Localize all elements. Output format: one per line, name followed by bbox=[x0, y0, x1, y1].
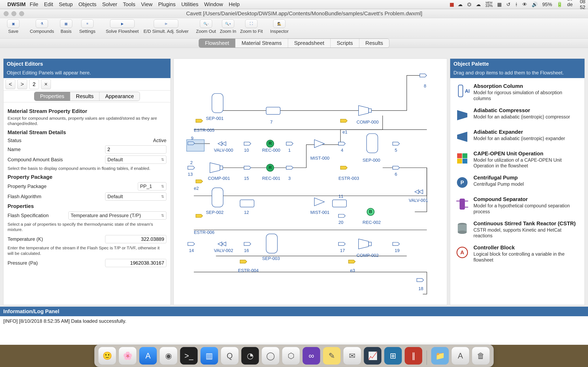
energy-estr004[interactable] bbox=[240, 260, 247, 263]
stream-19[interactable] bbox=[393, 242, 399, 246]
block-comp-001[interactable] bbox=[210, 163, 223, 173]
energy-e2[interactable] bbox=[196, 180, 203, 183]
block-sep-000[interactable] bbox=[366, 133, 378, 153]
palette-item-adiabatic-compressor[interactable]: Adiabatic CompressorModel for an adiabat… bbox=[453, 104, 582, 126]
zoom-out-button[interactable]: 🔍- Zoom Out bbox=[196, 19, 216, 38]
eye-icon[interactable]: 👁 bbox=[522, 2, 527, 7]
energy-sep002[interactable] bbox=[196, 214, 203, 217]
block-comp-002[interactable] bbox=[359, 239, 371, 249]
tab-material-streams[interactable]: Material Streams bbox=[235, 39, 288, 48]
palette-item-centrifugal-pump[interactable]: P Centrifugal PumpCentrifugal Pump model bbox=[453, 172, 582, 193]
settings-button[interactable]: ≡ Settings bbox=[78, 19, 96, 38]
pause-icon[interactable]: ▮▮ bbox=[450, 2, 453, 7]
palette-list[interactable]: AB Absorption ColumnModel for rigorous s… bbox=[450, 78, 585, 268]
nav-close-button[interactable]: × bbox=[41, 79, 51, 89]
dock-app-siri[interactable]: ◉ bbox=[159, 347, 177, 365]
flash-alg-select[interactable]: Default⇅ bbox=[105, 192, 166, 201]
stream-5[interactable] bbox=[393, 142, 399, 145]
name-input[interactable] bbox=[105, 145, 166, 154]
block-sep-002[interactable] bbox=[212, 188, 223, 207]
dock-app-notes[interactable]: ✎ bbox=[323, 347, 341, 365]
block-valv-002[interactable] bbox=[218, 242, 226, 246]
time-label[interactable]: 08 52 bbox=[580, 0, 585, 10]
dock-app-vscode[interactable]: ∞ bbox=[302, 347, 320, 365]
dock-app-dwsim-doc[interactable]: ▥ bbox=[200, 347, 218, 365]
menu-view[interactable]: View bbox=[141, 1, 153, 8]
block-sep-001[interactable] bbox=[212, 94, 223, 113]
dock-app-activity[interactable]: ◔ bbox=[241, 347, 259, 365]
sync-icon[interactable]: ☁ bbox=[458, 2, 463, 7]
stream-2[interactable] bbox=[188, 166, 195, 169]
solve-button[interactable]: ▶ Solve Flowsheet bbox=[104, 19, 141, 38]
dock-app-generic[interactable]: A bbox=[451, 347, 469, 365]
block-rec-001[interactable] bbox=[267, 164, 274, 171]
block-comp-000[interactable] bbox=[359, 106, 371, 116]
battery-icon[interactable]: 🔋 bbox=[557, 2, 563, 7]
volume-icon[interactable]: 🔊 bbox=[532, 2, 538, 7]
menu-file[interactable]: File bbox=[30, 1, 38, 8]
flowsheet-canvas[interactable]: R B bbox=[174, 59, 447, 305]
inspector-button[interactable]: 🕵 Inspector bbox=[270, 19, 289, 38]
menu-help[interactable]: Help bbox=[229, 1, 240, 8]
tab-flowsheet[interactable]: Flowsheet bbox=[199, 39, 236, 48]
palette-item-cape-open[interactable]: CAPE-OPEN Unit OperationModel for utiliz… bbox=[453, 148, 582, 172]
palette-item-absorption-column[interactable]: AB Absorption ColumnModel for rigorous s… bbox=[453, 80, 582, 104]
battery-percent[interactable]: 95% bbox=[542, 2, 552, 7]
stream-6[interactable] bbox=[393, 166, 399, 169]
stream-3[interactable] bbox=[286, 166, 293, 169]
flash-spec-select[interactable]: Temperature and Pressure (T/P)⇅ bbox=[68, 211, 166, 220]
stream-20[interactable] bbox=[338, 214, 345, 217]
stream-1[interactable] bbox=[286, 142, 293, 145]
palette-item-compound-separator[interactable]: Compound SeparatorModel for a hypothetic… bbox=[453, 193, 582, 217]
block-mist-001[interactable] bbox=[314, 198, 324, 206]
ed-solver-button[interactable]: ⊳ E/D Simult. Adj. Solver bbox=[144, 19, 189, 38]
zoom-in-button[interactable]: 🔍+ Zoom In bbox=[219, 19, 237, 38]
basis-button[interactable]: ▦ Basis bbox=[57, 19, 75, 38]
edtab-appearance[interactable]: Appearance bbox=[99, 92, 139, 101]
pp-select[interactable]: PP_1⇅ bbox=[138, 182, 166, 191]
cc-icon[interactable]: ⏣ bbox=[467, 2, 471, 7]
temp-input[interactable] bbox=[105, 235, 166, 243]
dock-app-photos[interactable]: 🌸 bbox=[119, 347, 137, 365]
dock-app-quicktime[interactable]: Q bbox=[221, 347, 239, 365]
palette-item-controller-block[interactable]: A Controller BlockLogical block for cont… bbox=[453, 242, 582, 266]
press-input[interactable] bbox=[105, 259, 166, 267]
menu-utilities[interactable]: Utilities bbox=[181, 1, 199, 8]
edtab-properties[interactable]: Properties bbox=[34, 92, 70, 101]
bluetooth-icon[interactable]: ᚼ bbox=[515, 2, 518, 7]
menu-edit[interactable]: Edit bbox=[44, 1, 53, 8]
basis-select[interactable]: Default⇅ bbox=[105, 156, 166, 164]
zoom-fit-button[interactable]: ⛶ Zoom to Fit bbox=[240, 19, 263, 38]
dock-folder[interactable]: 📁 bbox=[431, 347, 449, 365]
tab-spreadsheet[interactable]: Spreadsheet bbox=[288, 39, 330, 48]
menu-plugins[interactable]: Plugins bbox=[158, 1, 176, 8]
close-icon[interactable] bbox=[4, 11, 9, 16]
block-mist-000[interactable] bbox=[314, 140, 324, 148]
block-hx-12[interactable] bbox=[240, 200, 254, 207]
compounds-button[interactable]: ⚗ Compounds bbox=[30, 19, 54, 38]
stream-14-in[interactable] bbox=[188, 242, 195, 246]
energy-sep001[interactable] bbox=[196, 119, 203, 123]
stream-10[interactable] bbox=[244, 142, 251, 145]
menu-solver[interactable]: Solver bbox=[102, 1, 117, 8]
stream-15[interactable] bbox=[244, 166, 251, 169]
block-hx-11[interactable] bbox=[332, 200, 346, 207]
dock-app-stocks[interactable]: 📈 bbox=[364, 347, 381, 365]
menu-objects[interactable]: Objects bbox=[78, 1, 96, 8]
menu-setup[interactable]: Setup bbox=[59, 1, 73, 8]
energy-e3[interactable] bbox=[348, 260, 355, 263]
menu-window[interactable]: Window bbox=[204, 1, 223, 8]
block-sep-003[interactable] bbox=[266, 234, 277, 253]
dock-trash[interactable]: 🗑 bbox=[472, 347, 490, 365]
save-button[interactable]: ▣ Save bbox=[4, 19, 22, 38]
block-valv-001[interactable] bbox=[415, 190, 423, 194]
palette-item-cstr[interactable]: Continuous Stirred Tank Reactor (CSTR)CS… bbox=[453, 217, 582, 242]
stream-8[interactable] bbox=[420, 74, 426, 77]
block-hx-top[interactable] bbox=[266, 107, 280, 114]
minimize-icon[interactable] bbox=[11, 11, 16, 16]
dock-app-finder[interactable]: 🙂 bbox=[98, 347, 116, 365]
tab-results[interactable]: Results bbox=[359, 39, 389, 48]
dock-app-appstore[interactable]: A bbox=[139, 347, 157, 365]
dock-app-mail[interactable]: ✉ bbox=[343, 347, 361, 365]
menu-tools[interactable]: Tools bbox=[123, 1, 135, 8]
